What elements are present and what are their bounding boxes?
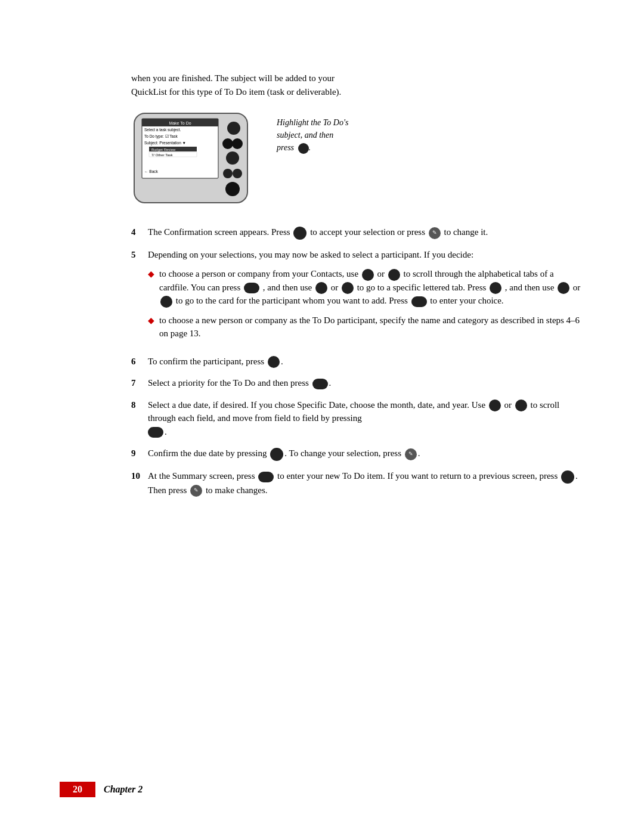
btn-date-right-icon bbox=[515, 400, 527, 411]
btn-scroll-up-icon bbox=[362, 269, 374, 281]
btn-then-use-icon bbox=[558, 282, 569, 294]
step-5-text: Depending on your selections, you may no… bbox=[148, 250, 473, 259]
chapter-word: Chapter bbox=[104, 784, 135, 794]
btn-confirm-date-icon bbox=[270, 448, 283, 461]
bullet-content-2: to choose a new person or company as the… bbox=[159, 314, 584, 340]
steps-container: 4 The Confirmation screen appears. Press… bbox=[131, 225, 584, 497]
step-10-content: At the Summary screen, press to enter yo… bbox=[148, 469, 584, 497]
btn-summary-enter-icon bbox=[258, 472, 274, 482]
svg-point-12 bbox=[227, 122, 240, 135]
btn-accept-icon bbox=[293, 227, 306, 240]
btn-enter-choice-icon bbox=[411, 296, 427, 307]
device-figure: Make To Do Select a task subject. To Do … bbox=[131, 110, 584, 209]
caption-line1: Highlight the To Do's bbox=[277, 118, 348, 127]
svg-text:Budget Review: Budget Review bbox=[151, 148, 176, 151]
btn-change-pencil-icon: ✎ bbox=[405, 448, 417, 460]
caption-press-icon bbox=[298, 143, 309, 154]
step-5-content: Depending on your selections, you may no… bbox=[148, 248, 584, 346]
btn-scroll-down-icon bbox=[388, 269, 400, 281]
btn-press-oval-icon bbox=[244, 283, 259, 293]
step-9-content: Confirm the due date by pressing . To ch… bbox=[148, 447, 584, 461]
step-8: 8 Select a due date, if desired. If you … bbox=[131, 398, 584, 439]
btn-return-icon bbox=[561, 470, 574, 484]
step-8-content: Select a due date, if desired. If you ch… bbox=[148, 398, 584, 439]
step-10: 10 At the Summary screen, press to enter… bbox=[131, 469, 584, 497]
btn-pencil-icon: ✎ bbox=[429, 227, 441, 239]
step-7-content: Select a priority for the To Do and then… bbox=[148, 376, 584, 390]
intro-line2: QuickList for this type of To Do item (t… bbox=[131, 87, 341, 97]
step-8-num: 8 bbox=[131, 398, 148, 412]
btn-tab-press-icon bbox=[490, 282, 501, 294]
caption-line3: press bbox=[277, 143, 294, 152]
btn-priority-icon bbox=[312, 379, 328, 389]
intro-paragraph: when you are finished. The subject will … bbox=[131, 72, 584, 98]
intro-line1: when you are finished. The subject will … bbox=[131, 73, 335, 83]
svg-text:7/ Other Task: 7/ Other Task bbox=[151, 153, 174, 157]
step-4-content: The Confirmation screen appears. Press t… bbox=[148, 225, 584, 240]
btn-then-use2-icon bbox=[160, 296, 172, 308]
svg-point-15 bbox=[226, 151, 239, 165]
svg-point-17 bbox=[223, 169, 233, 178]
diamond-icon-1: ◆ bbox=[148, 268, 154, 280]
step-10-num: 10 bbox=[131, 469, 148, 483]
svg-text:To Do type: ☑ Task: To Do type: ☑ Task bbox=[144, 134, 178, 139]
btn-confirm-icon bbox=[268, 356, 280, 368]
device-illustration: Make To Do Select a task subject. To Do … bbox=[131, 110, 262, 209]
step-4-num: 4 bbox=[131, 225, 148, 239]
svg-text:Make To Do: Make To Do bbox=[169, 121, 191, 125]
footer-chapter-label: Chapter 2 bbox=[104, 784, 143, 795]
bullet-list: ◆ to choose a person or company from you… bbox=[148, 267, 584, 340]
step-6-content: To confirm the participant, press . bbox=[148, 355, 584, 368]
bullet-item-1: ◆ to choose a person or company from you… bbox=[148, 267, 584, 308]
step-9: 9 Confirm the due date by pressing . To … bbox=[131, 447, 584, 461]
step-7-num: 7 bbox=[131, 376, 148, 390]
step-4: 4 The Confirmation screen appears. Press… bbox=[131, 225, 584, 240]
svg-text:Subject: Presentation ▼: Subject: Presentation ▼ bbox=[144, 141, 186, 145]
bullet-content-1: to choose a person or company from your … bbox=[159, 267, 584, 308]
figure-caption: Highlight the To Do's subject, and then … bbox=[277, 110, 348, 154]
page: when you are finished. The subject will … bbox=[0, 0, 644, 833]
btn-use-left-icon bbox=[315, 282, 327, 294]
step-7: 7 Select a priority for the To Do and th… bbox=[131, 376, 584, 390]
svg-text:← Back: ← Back bbox=[144, 169, 159, 174]
diamond-icon-2: ◆ bbox=[148, 314, 154, 327]
svg-point-18 bbox=[225, 182, 240, 196]
step-5-num: 5 bbox=[131, 248, 148, 262]
step-5: 5 Depending on your selections, you may … bbox=[131, 248, 584, 346]
bullet-item-2: ◆ to choose a new person or company as t… bbox=[148, 314, 584, 340]
step-6-num: 6 bbox=[131, 355, 148, 368]
svg-point-13 bbox=[232, 138, 243, 149]
svg-text:Select a task subject.: Select a task subject. bbox=[144, 128, 181, 132]
svg-point-16 bbox=[233, 169, 242, 178]
chapter-number: 2 bbox=[138, 784, 143, 794]
footer-bar: 20 Chapter 2 bbox=[60, 782, 143, 797]
step-6: 6 To confirm the participant, press . bbox=[131, 355, 584, 368]
btn-field-move-icon bbox=[148, 427, 163, 438]
caption-line2: subject, and then bbox=[277, 131, 333, 140]
footer-page-number: 20 bbox=[60, 782, 95, 797]
btn-date-left-icon bbox=[489, 400, 501, 411]
svg-point-14 bbox=[222, 138, 233, 149]
btn-use-right-icon bbox=[342, 282, 354, 294]
btn-make-changes-icon: ✎ bbox=[190, 485, 202, 497]
step-9-num: 9 bbox=[131, 447, 148, 460]
